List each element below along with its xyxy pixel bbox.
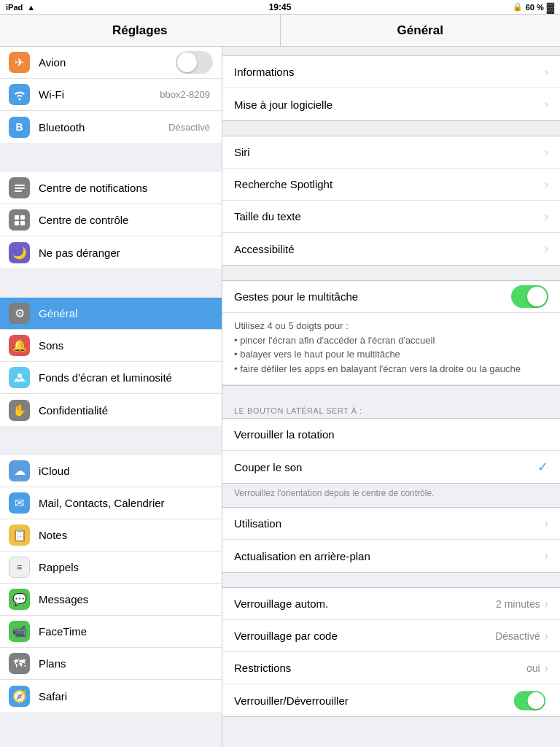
sidebar-group-general: ⚙ Général 🔔 Sons Fonds d'écran et lumino… <box>0 298 222 426</box>
siri-chevron: › <box>545 146 548 159</box>
svg-rect-0 <box>15 185 25 186</box>
restrictions-chevron: › <box>545 662 548 675</box>
arriere-label: Actualisation en arrière-plan <box>234 550 545 562</box>
sidebar: ✈ Avion Wi-Fi bbox2-8209 B Bluetooth Dés… <box>0 47 222 747</box>
svg-rect-6 <box>20 221 25 225</box>
safari-icon: 🧭 <box>9 686 30 707</box>
general-icon: ⚙ <box>9 303 30 324</box>
sidebar-label-safari: Safari <box>39 690 213 703</box>
dnd-icon: 🌙 <box>9 242 30 263</box>
sidebar-group-system: Centre de notifications Centre de contrô… <box>0 172 222 268</box>
verr-code-chevron: › <box>545 630 548 643</box>
multitache-label: Gestes pour le multitâche <box>234 290 511 303</box>
messages-icon: 💬 <box>9 589 30 610</box>
sidebar-label-facetime: FaceTime <box>39 625 213 638</box>
privacy-icon: ✋ <box>9 400 30 421</box>
content-item-taille[interactable]: Taille du texte › <box>222 201 560 233</box>
control-icon <box>9 209 30 231</box>
sidebar-item-notes[interactable]: 📋 Notes <box>0 519 222 551</box>
status-right: 🔒 60 % ▓ <box>513 1 554 13</box>
sidebar-label-plans: Plans <box>39 657 213 670</box>
sidebar-label-messages: Messages <box>39 593 213 605</box>
lateral-section: LE BOUTON LATÉRAL SERT À : Verrouiller l… <box>222 400 560 507</box>
content-item-rotation[interactable]: Verrouiller la rotation <box>222 419 560 451</box>
sidebar-label-wifi: Wi-Fi <box>39 88 160 101</box>
content-item-restrictions[interactable]: Restrictions oui › <box>222 652 560 684</box>
sounds-icon: 🔔 <box>9 335 30 356</box>
status-bar: iPad ▲ 19:45 🔒 60 % ▓ <box>0 0 560 15</box>
sidebar-item-dnd[interactable]: 🌙 Ne pas déranger <box>0 236 222 268</box>
sidebar-item-avion[interactable]: ✈ Avion <box>0 47 222 79</box>
sidebar-label-icloud: iCloud <box>39 465 213 477</box>
sidebar-item-messages[interactable]: 💬 Messages <box>0 584 222 616</box>
couper-checkmark: ✓ <box>537 459 548 475</box>
header-right-title: Général <box>281 15 561 46</box>
sidebar-item-notifications[interactable]: Centre de notifications <box>0 172 222 204</box>
sidebar-item-privacy[interactable]: ✋ Confidentialité <box>0 394 222 426</box>
sidebar-label-notifications: Centre de notifications <box>39 182 213 194</box>
content-item-maj[interactable]: Mise à jour logicielle › <box>222 88 560 120</box>
sidebar-item-wifi[interactable]: Wi-Fi bbox2-8209 <box>0 79 222 111</box>
bluetooth-icon: B <box>9 117 30 138</box>
sidebar-item-bluetooth[interactable]: B Bluetooth Désactivé <box>0 111 222 143</box>
airplane-icon: ✈ <box>9 52 30 73</box>
couper-label: Couper le son <box>234 461 537 473</box>
sidebar-label-notes: Notes <box>39 529 213 541</box>
content-item-informations[interactable]: Informations › <box>222 56 560 88</box>
utilisation-chevron: › <box>545 517 548 530</box>
content-item-verr-deverr[interactable]: Verrouiller/Déverrouiller <box>222 684 560 716</box>
content-item-spotlight[interactable]: Recherche Spotlight › <box>222 169 560 201</box>
content-item-siri[interactable]: Siri › <box>222 136 560 169</box>
sidebar-label-rappels: Rappels <box>39 561 213 573</box>
sidebar-label-general: Général <box>39 307 213 320</box>
multitache-header[interactable]: Gestes pour le multitâche <box>222 281 560 313</box>
sidebar-item-wallpaper[interactable]: Fonds d'écran et luminosité <box>0 362 222 394</box>
content-item-utilisation[interactable]: Utilisation › <box>222 508 560 540</box>
verr-auto-value: 2 minutes <box>496 598 540 610</box>
verr-deverr-toggle[interactable] <box>514 691 545 710</box>
content-item-couper[interactable]: Couper le son ✓ <box>222 451 560 483</box>
svg-rect-4 <box>20 215 25 220</box>
lateral-footer: Verrouillez l'orientation depuis le cent… <box>222 484 560 507</box>
sidebar-label-mail: Mail, Contacts, Calendrier <box>39 497 213 509</box>
sidebar-item-facetime[interactable]: 📹 FaceTime <box>0 616 222 648</box>
mail-icon: ✉ <box>9 492 30 514</box>
content-item-verr-auto[interactable]: Verrouillage autom. 2 minutes › <box>222 588 560 620</box>
content-item-arriere[interactable]: Actualisation en arrière-plan › <box>222 540 560 572</box>
sidebar-label-sons: Sons <box>39 339 213 352</box>
battery-icon: ▓ <box>547 1 554 13</box>
sidebar-item-plans[interactable]: 🗺 Plans <box>0 648 222 680</box>
accessibilite-label: Accessibilité <box>234 243 545 255</box>
content-item-accessibilite[interactable]: Accessibilité › <box>222 233 560 265</box>
informations-label: Informations <box>234 66 545 78</box>
svg-rect-2 <box>15 190 22 192</box>
sidebar-group-connectivity: ✈ Avion Wi-Fi bbox2-8209 B Bluetooth Dés… <box>0 47 222 143</box>
sidebar-item-general[interactable]: ⚙ Général <box>0 298 222 330</box>
sidebar-item-mail[interactable]: ✉ Mail, Contacts, Calendrier <box>0 487 222 519</box>
sidebar-label-dnd: Ne pas déranger <box>39 247 213 259</box>
sidebar-item-icloud[interactable]: ☁ iCloud <box>0 455 222 487</box>
svg-rect-3 <box>15 215 19 220</box>
restrictions-label: Restrictions <box>234 662 526 674</box>
content-group-verrouillage: Verrouillage autom. 2 minutes › Verrouil… <box>222 587 560 717</box>
facetime-icon: 📹 <box>9 621 30 642</box>
multitache-toggle[interactable] <box>511 285 548 308</box>
sidebar-label-privacy: Confidentialité <box>39 404 213 417</box>
multitache-section: Gestes pour le multitâche Utilisez 4 ou … <box>222 280 560 386</box>
sidebar-item-safari[interactable]: 🧭 Safari <box>0 680 222 712</box>
reminders-icon: ≡ <box>9 557 30 578</box>
avion-toggle[interactable] <box>176 51 213 74</box>
content-item-verr-code[interactable]: Verrouillage par code Désactivé › <box>222 620 560 652</box>
verr-auto-chevron: › <box>545 597 548 611</box>
verr-code-label: Verrouillage par code <box>234 630 495 642</box>
sidebar-item-rappels[interactable]: ≡ Rappels <box>0 551 222 584</box>
sidebar-item-sons[interactable]: 🔔 Sons <box>0 330 222 362</box>
svg-rect-1 <box>15 187 25 189</box>
verr-auto-label: Verrouillage autom. <box>234 597 496 610</box>
informations-chevron: › <box>545 66 548 79</box>
wifi-icon <box>9 84 30 105</box>
maj-label: Mise à jour logicielle <box>234 98 545 111</box>
sidebar-item-controle[interactable]: Centre de contrôle <box>0 204 222 236</box>
multitache-description: Utilisez 4 ou 5 doigts pour : • pincer l… <box>222 313 560 385</box>
header-left-title: Réglages <box>0 15 281 46</box>
